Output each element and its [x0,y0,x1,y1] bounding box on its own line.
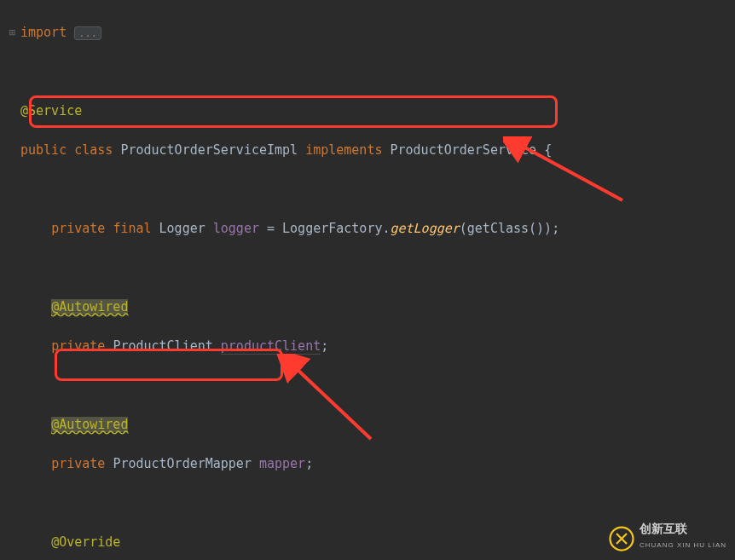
annotation-service: @Service [20,103,82,118]
logo-icon [609,526,634,551]
type-logger: Logger [159,221,205,236]
fold-ellipsis[interactable]: ... [74,26,101,40]
type-loggerfactory: LoggerFactory [282,221,382,236]
annotation-autowired-1: @Autowired [51,299,128,315]
logo-sub-text: CHUANG XIN HU LIAN [640,535,726,555]
method-getlogger: getLogger [391,221,460,236]
keyword-public: public [20,142,67,158]
keyword-implements: implements [305,142,382,158]
code-editor[interactable]: ⊞import ... @Service public class Produc… [0,0,735,560]
annotation-autowired-2: @Autowired [51,417,128,432]
field-logger: logger [213,221,259,236]
keyword-import: import [20,25,67,40]
keyword-private: private [51,456,105,471]
interface-name: ProductOrderService [391,142,537,158]
fold-gutter[interactable]: ⊞ [0,23,20,43]
logo-main-text: 创新互联 [640,522,726,535]
type-mapper: ProductOrderMapper [113,456,252,471]
keyword-final: final [113,221,151,236]
class-name: ProductOrderServiceImpl [120,142,298,158]
field-mapper: mapper [259,456,305,471]
watermark-logo: 创新互联 CHUANG XIN HU LIAN [609,522,726,555]
keyword-private: private [51,221,105,236]
keyword-class: class [74,142,113,158]
method-getclass: getClass [467,221,529,236]
field-productclient: productClient [221,338,321,355]
annotation-override: @Override [51,534,120,550]
type-productclient: ProductClient [113,338,212,354]
keyword-private: private [51,338,105,354]
